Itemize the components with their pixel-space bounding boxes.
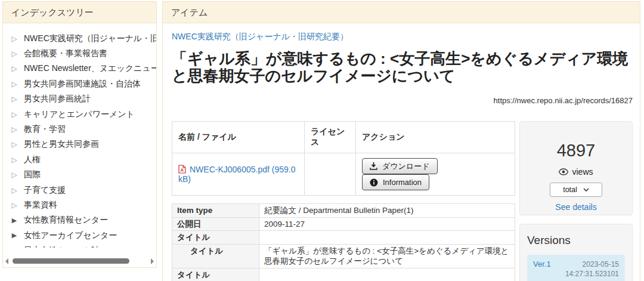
tree-item-label: キャリアとエンパワーメント — [24, 109, 135, 120]
tree-item[interactable]: ▷事業資料 — [10, 197, 151, 212]
breadcrumb-link[interactable]: NWEC実践研究（旧ジャーナル・旧研究紀要） — [172, 32, 348, 42]
stats-panel: 4897 views total — [519, 121, 633, 215]
index-tree-panel: インデックスツリー ▷NWEC実践研究（旧ジャーナル・旧研究紀要）▷会館概要・事… — [2, 1, 157, 268]
tree-item-label: NWEC実践研究（旧ジャーナル・旧研究紀要） — [24, 33, 156, 44]
information-button[interactable]: Information — [362, 174, 429, 190]
tree-item-label: 女性教育情報センター — [24, 215, 108, 226]
triangle-collapsed-icon[interactable]: ▷ — [10, 35, 18, 43]
tree-item-label: 子育て支援 — [24, 185, 66, 196]
triangle-collapsed-icon[interactable]: ▷ — [10, 80, 18, 88]
triangle-collapsed-icon[interactable]: ▷ — [10, 186, 18, 194]
triangle-collapsed-icon[interactable]: ▷ — [10, 201, 18, 209]
scrollbar-thumb[interactable] — [13, 258, 129, 264]
tree-item-label: NWEC Newsletter、ヌエックニュース — [24, 63, 156, 74]
tree-item-label: 事業資料 — [24, 200, 57, 211]
horizontal-scrollbar[interactable] — [5, 257, 154, 265]
triangle-collapsed-icon[interactable]: ▷ — [10, 95, 18, 103]
download-icon — [370, 162, 377, 170]
tree-item[interactable]: ▷男女共同参画関連施設・自治体 — [10, 76, 151, 91]
tree-item[interactable]: ▷NWEC実践研究（旧ジャーナル・旧研究紀要） — [10, 31, 151, 46]
tree-item-label: 男女共同参画関連施設・自治体 — [24, 79, 141, 89]
triangle-collapsed-icon[interactable]: ▷ — [10, 64, 18, 73]
detail-value: 2009-11-27 — [259, 217, 515, 231]
triangle-collapsed-icon[interactable]: ▷ — [10, 156, 18, 164]
tree-item[interactable]: ▷国際 — [10, 168, 151, 183]
version-entry[interactable]: Ver.12023-05-1514:27:31.523101 — [527, 255, 625, 281]
detail-row: タイトル — [172, 231, 515, 245]
pdf-file-icon — [178, 165, 186, 174]
detail-label: タイトル — [172, 268, 259, 281]
item-right-column: 4897 views total — [519, 121, 633, 281]
tree-item-label: 教育・学習 — [24, 124, 66, 135]
info-icon — [370, 178, 378, 187]
detail-row: タイトル「ギャル系」が意味するもの : <女子高生>をめぐるメディア環境と思春期… — [172, 244, 515, 268]
views-range-select[interactable]: total — [550, 183, 602, 197]
tree-item[interactable]: ▶女性アーカイブセンター — [10, 228, 151, 243]
detail-value — [259, 268, 515, 281]
tree-item[interactable]: ▷男女共同参画統計 — [10, 92, 151, 107]
file-table: 名前 / ファイルライセンスアクション NWEC-KJ006005.pdf (9… — [172, 121, 515, 196]
version-timestamp: 2023-05-1514:27:31.523101 — [565, 260, 619, 279]
tree-item[interactable]: ▷男性と男女共同参画 — [10, 137, 151, 152]
item-panel-header: アイテム — [163, 2, 640, 23]
file-table-body: NWEC-KJ006005.pdf (959.0 kB)ダウンロードInform… — [172, 153, 515, 196]
file-download-link[interactable]: NWEC-KJ006005.pdf (959.0 kB) — [178, 165, 295, 184]
tree-item[interactable]: ▷会館概要・事業報告書 — [10, 46, 151, 61]
detail-label: タイトル — [172, 244, 259, 268]
item-detail-table: Item type紀要論文 / Departmental Bulletin Pa… — [172, 203, 515, 281]
detail-value: 「ギャル系」が意味するもの : <女子高生>をめぐるメディア環境と思春期女子のセ… — [259, 244, 515, 268]
item-body-columns: 名前 / ファイルライセンスアクション NWEC-KJ006005.pdf (9… — [172, 121, 633, 281]
file-table-header-cell: アクション — [356, 122, 515, 153]
tree-item-label: 国際 — [24, 169, 41, 180]
views-range-value: total — [563, 186, 577, 194]
item-panel-title: アイテム — [171, 7, 208, 17]
tree-item-label: 男性と男女共同参画 — [24, 139, 99, 150]
triangle-expanded-icon[interactable]: ▶ — [10, 231, 18, 239]
version-date: 2023-05-15 — [565, 260, 619, 269]
triangle-collapsed-icon[interactable]: ▷ — [10, 110, 18, 119]
item-panel: アイテム NWEC実践研究（旧ジャーナル・旧研究紀要） 「ギャル系」が意味するも… — [162, 1, 640, 281]
triangle-collapsed-icon[interactable]: ▷ — [10, 125, 18, 134]
detail-table-body: Item type紀要論文 / Departmental Bulletin Pa… — [172, 204, 515, 281]
index-tree-title: インデックスツリー — [11, 7, 94, 17]
chevron-down-icon — [583, 188, 589, 192]
views-label: views — [572, 167, 593, 177]
file-name-cell: NWEC-KJ006005.pdf (959.0 kB) — [172, 153, 305, 196]
download-button[interactable]: ダウンロード — [362, 158, 438, 174]
button-label: Information — [383, 178, 422, 187]
triangle-expanded-icon[interactable]: ▶ — [10, 247, 18, 248]
scroll-right-arrow-icon[interactable] — [151, 258, 154, 264]
tree-item[interactable]: ▷人権 — [10, 152, 151, 167]
scroll-left-arrow-icon[interactable] — [5, 258, 8, 264]
tree-item[interactable]: ▶日本女性ミニコミ誌 — [10, 243, 151, 248]
versions-title: Versions — [527, 234, 625, 247]
tree-item[interactable]: ▷キャリアとエンパワーメント — [10, 107, 151, 122]
index-tree-header: インデックスツリー — [3, 2, 156, 23]
tree-item-label: 日本女性ミニコミ誌 — [24, 245, 100, 248]
version-time: 14:27:31.523101 — [565, 269, 619, 279]
tree-item[interactable]: ▶女性教育情報センター — [10, 213, 151, 228]
file-table-header-cell: 名前 / ファイル — [172, 122, 305, 153]
actions-cell: ダウンロードInformation — [356, 153, 515, 196]
see-details-link[interactable]: See details — [555, 202, 596, 212]
tree-item-label: 人権 — [24, 155, 41, 165]
detail-row: Item type紀要論文 / Departmental Bulletin Pa… — [172, 204, 515, 218]
index-tree-list: ▷NWEC実践研究（旧ジャーナル・旧研究紀要）▷会館概要・事業報告書▷NWEC … — [3, 23, 156, 248]
tree-item-label: 女性アーカイブセンター — [24, 230, 117, 241]
tree-item[interactable]: ▷子育て支援 — [10, 183, 151, 197]
file-table-header-row: 名前 / ファイルライセンスアクション — [172, 122, 515, 153]
permalink-url: https://nwec.repo.nii.ac.jp/records/1682… — [172, 96, 633, 105]
views-row: views — [520, 167, 632, 177]
versions-panel: Versions Ver.12023-05-1514:27:31.523101 — [519, 224, 633, 281]
triangle-collapsed-icon[interactable]: ▷ — [10, 50, 18, 58]
versions-list: Ver.12023-05-1514:27:31.523101 — [527, 255, 625, 281]
version-link[interactable]: Ver.1 — [533, 260, 551, 268]
detail-value — [259, 231, 515, 245]
triangle-expanded-icon[interactable]: ▶ — [10, 217, 18, 224]
triangle-collapsed-icon[interactable]: ▷ — [10, 140, 18, 149]
tree-item[interactable]: ▷教育・学習 — [10, 122, 151, 137]
license-cell — [305, 153, 356, 196]
tree-item[interactable]: ▷NWEC Newsletter、ヌエックニュース — [10, 61, 151, 76]
triangle-collapsed-icon[interactable]: ▷ — [10, 171, 18, 179]
detail-row: 公開日2009-11-27 — [172, 217, 515, 231]
